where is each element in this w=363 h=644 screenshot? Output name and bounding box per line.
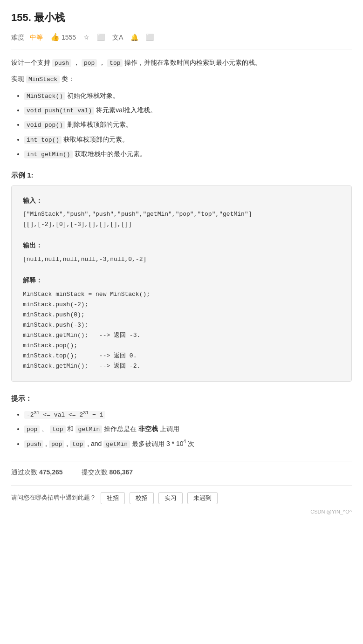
feedback-btn-campus[interactable]: 校招	[130, 492, 154, 504]
watermark: CSDN @YIN_^O^	[11, 508, 352, 516]
pass-stat: 通过次数 475,265	[11, 467, 63, 477]
feedback-btn-social[interactable]: 社招	[101, 492, 125, 504]
feedback-btn-none[interactable]: 未遇到	[187, 492, 218, 504]
hints-section: 提示： -231 <= val <= 231 − 1 pop 、 top 和 g…	[11, 393, 352, 450]
implement-label: 实现 MinStack 类：	[11, 73, 352, 85]
explain-line-7: minStack.top(); --> 返回 0.	[23, 351, 340, 361]
share-btn[interactable]: ⬜	[97, 32, 105, 42]
output-label: 输出：	[23, 240, 340, 250]
submit-stat: 提交次数 806,367	[82, 467, 133, 477]
pass-value: 475,265	[39, 468, 63, 476]
method-item-2: void push(int val) 将元素val推入堆栈。	[24, 104, 352, 116]
stats-row: 通过次数 475,265 提交次数 806,367	[11, 461, 352, 477]
translate-icon: 文A	[112, 32, 123, 42]
method-item-3: void pop() 删除堆栈顶部的元素。	[24, 119, 352, 130]
example-title: 示例 1:	[11, 170, 352, 181]
hint-item-3: push , pop , top , and getMin 最多被调用 3 * …	[24, 438, 352, 450]
method-item-1: MinStack() 初始化堆栈对象。	[24, 90, 352, 102]
desc-intro: 设计一个支持 push ， pop ， top 操作，并能在常数时间内检索到最小…	[11, 57, 352, 69]
page-title: 155. 最小栈	[11, 9, 352, 26]
feedback-label: 请问您在哪类招聘中遇到此题？	[11, 493, 96, 503]
input-line2: [[],[-2],[0],[-3],[],[],[],[]]	[23, 219, 340, 230]
feedback-btn-intern[interactable]: 实习	[158, 492, 183, 504]
explain-line-8: minStack.getMin(); --> 返回 -2.	[23, 361, 340, 371]
output-value: [null,null,null,null,-3,null,0,-2]	[23, 254, 340, 265]
bookmark-icon: ⬜	[146, 32, 154, 42]
likes-count: 1555	[62, 32, 76, 42]
hint-title: 提示：	[11, 393, 352, 404]
input-label: 输入：	[23, 195, 340, 206]
hint-list: -231 <= val <= 231 − 1 pop 、 top 和 getMi…	[11, 409, 352, 450]
code-pop: pop	[82, 59, 97, 67]
hint-item-1: -231 <= val <= 231 − 1	[24, 409, 352, 420]
methods-list: MinStack() 初始化堆栈对象。 void push(int val) 将…	[11, 90, 352, 160]
explain-line-2: minStack.push(-2);	[23, 300, 340, 310]
explain-line-4: minStack.push(-3);	[23, 320, 340, 330]
meta-row: 难度 中等 👍 1555 ☆ ⬜ 文A 🔔 ⬜	[11, 31, 352, 49]
star-icon: ☆	[83, 32, 89, 42]
explain-label: 解释：	[23, 275, 340, 285]
input-line1: ["MinStack","push","push","push","getMin…	[23, 209, 340, 219]
code-push: push	[52, 59, 71, 67]
example-section: 示例 1: 输入： ["MinStack","push","push","pus…	[11, 170, 352, 382]
explain-line-3: minStack.push(0);	[23, 310, 340, 320]
difficulty-label: 难度 中等	[11, 32, 43, 42]
code-top: top	[107, 59, 123, 67]
method-item-5: int getMin() 获取堆栈中的最小元素。	[24, 148, 352, 160]
bell-btn[interactable]: 🔔	[130, 32, 138, 42]
explain-line-1: MinStack minStack = new MinStack();	[23, 289, 340, 300]
explain-line-6: minStack.pop();	[23, 341, 340, 351]
difficulty-badge: 中等	[30, 32, 43, 42]
problem-description: 设计一个支持 push ， pop ， top 操作，并能在常数时间内检索到最小…	[11, 57, 352, 160]
explain-line-5: minStack.getMin(); --> 返回 -3.	[23, 330, 340, 341]
submit-value: 806,367	[109, 468, 133, 476]
thumbs-up-icon: 👍	[50, 31, 60, 43]
feedback-row: 请问您在哪类招聘中遇到此题？ 社招 校招 实习 未遇到	[11, 485, 352, 504]
share-icon: ⬜	[97, 32, 105, 42]
method-item-4: int top() 获取堆栈顶部的元素。	[24, 134, 352, 145]
translate-btn[interactable]: 文A	[112, 32, 123, 42]
example-box: 输入： ["MinStack","push","push","push","ge…	[11, 185, 352, 382]
likes-item[interactable]: 👍 1555	[50, 31, 76, 43]
bookmark-btn[interactable]: ⬜	[146, 32, 154, 42]
hint-item-2: pop 、 top 和 getMin 操作总是在 非空栈 上调用	[24, 423, 352, 435]
star-icon-btn[interactable]: ☆	[83, 32, 89, 42]
code-minstack-class: MinStack	[26, 75, 60, 83]
bell-icon: 🔔	[130, 32, 138, 42]
